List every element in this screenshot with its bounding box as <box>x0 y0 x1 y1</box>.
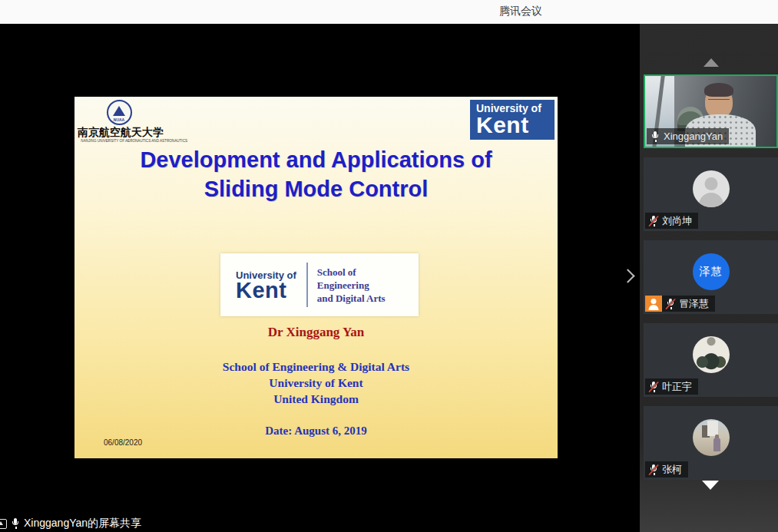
nuaa-name-chinese: 南京航空航天大学 <box>78 127 161 138</box>
slide-title-line2: Sliding Mode Control <box>74 174 558 203</box>
affiliation-block: School of Engineering & Digital Arts Uni… <box>74 359 558 407</box>
participant-tile-zhangke[interactable]: 张柯 <box>644 406 778 480</box>
participant-label: 冒泽慧 <box>662 296 715 312</box>
participant-name: XinggangYan <box>664 131 723 142</box>
participant-label: 叶正宇 <box>645 378 698 395</box>
scroll-up-button[interactable] <box>704 58 719 67</box>
kent-school-logo: University of Kent School of Engineering… <box>220 253 419 316</box>
participant-tile-yezhengyu[interactable]: 叶正宇 <box>644 323 778 397</box>
member-badge-icon <box>645 296 662 312</box>
logo-divider <box>306 263 308 307</box>
mic-muted-icon <box>649 381 658 393</box>
participants-sidebar: XinggangYan 刘尚坤 泽慧 冒泽慧 <box>640 24 778 532</box>
presentation-date: Date: August 6, 2019 <box>74 425 558 438</box>
mic-muted-icon <box>649 215 658 227</box>
sidebar-collapse-chevron-icon[interactable] <box>621 269 634 283</box>
participant-label: 刘尚坤 <box>645 213 698 229</box>
participant-name: 冒泽慧 <box>679 297 709 311</box>
kent-logo: University of Kent <box>470 100 555 140</box>
nuaa-emblem-icon: NUAA <box>107 100 132 125</box>
participant-name: 叶正宇 <box>662 380 692 394</box>
app-title: 腾讯会议 <box>499 5 542 18</box>
mic-muted-icon <box>649 464 658 476</box>
mic-muted-icon <box>666 298 675 310</box>
slide-title: Development and Applications of Sliding … <box>74 145 558 203</box>
affiliation-line-1: School of Engineering & Digital Arts <box>74 359 558 375</box>
participant-label: 张柯 <box>645 461 688 477</box>
participant-name: 张柯 <box>662 463 682 477</box>
participant-label: XinggangYan <box>647 128 729 144</box>
nuaa-logo: NUAA 南京航空航天大学 NANJING UNIVERSITY OF AERO… <box>78 98 161 143</box>
screen-share-banner: XinggangYan的屏幕共享 <box>0 515 141 532</box>
affiliation-line-3: United Kingdom <box>74 391 558 407</box>
window-titlebar: 腾讯会议 <box>0 0 778 24</box>
picture-avatar <box>693 419 730 456</box>
affiliation-line-2: University of Kent <box>74 375 558 391</box>
participant-tile-xinggangyan[interactable]: XinggangYan <box>644 74 778 148</box>
share-banner-text: XinggangYan的屏幕共享 <box>24 517 141 530</box>
slide-footer-date: 06/08/2020 <box>104 438 142 447</box>
nuaa-name-english: NANJING UNIVERSITY OF AERONAUTICS AND AS… <box>81 138 157 143</box>
presenter-name: Dr Xinggang Yan <box>74 325 558 340</box>
scroll-down-button[interactable] <box>702 481 719 490</box>
slide-title-line1: Development and Applications of <box>74 145 558 174</box>
default-avatar <box>693 170 730 207</box>
mic-on-icon <box>651 131 660 143</box>
participant-tile-maozehui[interactable]: 泽慧 冒泽慧 <box>644 240 778 314</box>
participant-name: 刘尚坤 <box>662 214 692 228</box>
meeting-window: 腾讯会议 NUAA 南京航空航天大学 NANJING UNIVERSITY OF… <box>0 0 778 532</box>
picture-avatar <box>693 336 730 373</box>
mic-on-icon <box>11 517 20 530</box>
screen-share-icon <box>0 519 7 529</box>
shared-slide: NUAA 南京航空航天大学 NANJING UNIVERSITY OF AERO… <box>74 97 558 458</box>
initials-avatar: 泽慧 <box>693 253 730 290</box>
participant-tile-liushangkun[interactable]: 刘尚坤 <box>644 157 778 231</box>
